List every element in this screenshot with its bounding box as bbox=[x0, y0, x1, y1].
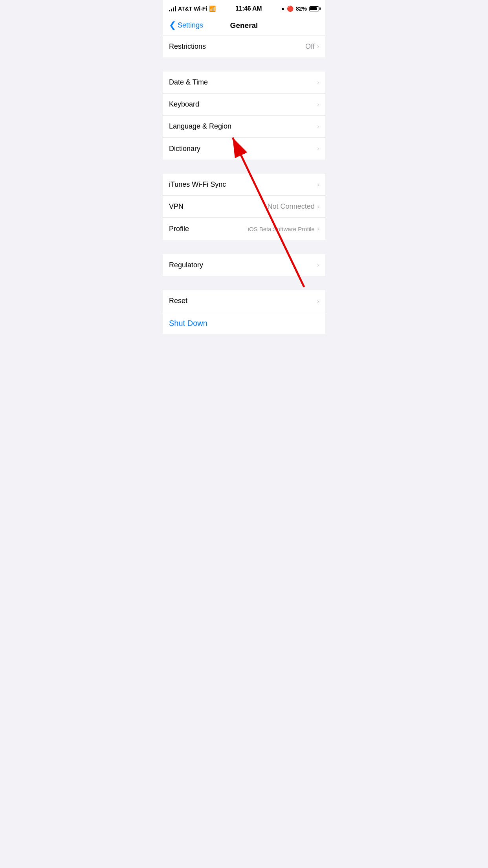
row-restrictions[interactable]: Restrictions Off › bbox=[163, 35, 325, 57]
section-gap-2 bbox=[163, 160, 325, 174]
bluetooth-icon: 🔴 bbox=[287, 6, 294, 12]
chevron-datetime: › bbox=[317, 79, 319, 86]
row-label-reset: Reset bbox=[169, 297, 187, 305]
section-top: Restrictions Off › bbox=[163, 35, 325, 57]
row-right-profile: iOS Beta Software Profile › bbox=[248, 225, 319, 232]
row-right-dictionary: › bbox=[317, 145, 319, 152]
chevron-dictionary: › bbox=[317, 145, 319, 152]
row-value-restrictions: Off bbox=[305, 42, 315, 51]
section-gap-3 bbox=[163, 240, 325, 254]
section-gap-4 bbox=[163, 276, 325, 290]
status-time: 11:46 AM bbox=[235, 5, 262, 12]
row-reset[interactable]: Reset › bbox=[163, 290, 325, 312]
row-right-itunes-wifi-sync: › bbox=[317, 181, 319, 188]
row-keyboard[interactable]: Keyboard › bbox=[163, 94, 325, 116]
chevron-restrictions: › bbox=[317, 43, 319, 50]
bottom-gap bbox=[163, 334, 325, 350]
wifi-icon: 📶 bbox=[209, 6, 216, 12]
row-right-language: › bbox=[317, 123, 319, 130]
back-button[interactable]: ❮ Settings bbox=[169, 20, 203, 30]
battery-percent: 82% bbox=[296, 6, 307, 12]
row-value-vpn: Not Connected bbox=[268, 202, 315, 211]
page-wrapper: AT&T Wi-Fi 📶 11:46 AM ● 🔴 82% ❮ Settings… bbox=[163, 0, 325, 350]
battery-fill bbox=[310, 7, 316, 10]
carrier-label: AT&T Wi-Fi bbox=[178, 6, 207, 12]
signal-bar-4 bbox=[175, 6, 176, 11]
row-right-datetime: › bbox=[317, 79, 319, 86]
chevron-vpn: › bbox=[317, 203, 319, 210]
row-label-vpn: VPN bbox=[169, 202, 183, 211]
location-icon: ● bbox=[281, 6, 284, 12]
row-label-language: Language & Region bbox=[169, 122, 231, 131]
section-datetime: Date & Time › Keyboard › Language & Regi… bbox=[163, 72, 325, 160]
signal-bar-3 bbox=[173, 7, 174, 11]
row-right-reset: › bbox=[317, 298, 319, 305]
row-right-regulatory: › bbox=[317, 261, 319, 268]
row-itunes-wifi-sync[interactable]: iTunes Wi-Fi Sync › bbox=[163, 174, 325, 196]
row-right-keyboard: › bbox=[317, 101, 319, 108]
row-label-itunes-wifi-sync: iTunes Wi-Fi Sync bbox=[169, 180, 226, 189]
row-language[interactable]: Language & Region › bbox=[163, 116, 325, 138]
section-connectivity: iTunes Wi-Fi Sync › VPN Not Connected › … bbox=[163, 174, 325, 240]
status-bar: AT&T Wi-Fi 📶 11:46 AM ● 🔴 82% bbox=[163, 0, 325, 17]
status-left: AT&T Wi-Fi 📶 bbox=[169, 6, 216, 12]
row-value-profile: iOS Beta Software Profile bbox=[248, 226, 315, 232]
row-label-datetime: Date & Time bbox=[169, 78, 208, 86]
row-label-keyboard: Keyboard bbox=[169, 100, 199, 108]
row-right-restrictions: Off › bbox=[305, 42, 319, 51]
chevron-language: › bbox=[317, 123, 319, 130]
signal-bars bbox=[169, 6, 176, 11]
row-label-regulatory: Regulatory bbox=[169, 261, 203, 269]
row-vpn[interactable]: VPN Not Connected › bbox=[163, 196, 325, 218]
battery-icon bbox=[309, 6, 319, 11]
back-label: Settings bbox=[178, 21, 203, 29]
row-right-vpn: Not Connected › bbox=[268, 202, 319, 211]
section-gap-1 bbox=[163, 57, 325, 72]
page-title: General bbox=[230, 21, 258, 30]
chevron-regulatory: › bbox=[317, 261, 319, 268]
row-dictionary[interactable]: Dictionary › bbox=[163, 138, 325, 160]
section-reset: Reset › Shut Down bbox=[163, 290, 325, 334]
chevron-profile: › bbox=[317, 225, 319, 232]
row-label-shutdown: Shut Down bbox=[169, 319, 207, 328]
row-label-dictionary: Dictionary bbox=[169, 145, 200, 153]
back-chevron-icon: ❮ bbox=[169, 20, 176, 30]
chevron-keyboard: › bbox=[317, 101, 319, 108]
row-label-profile: Profile bbox=[169, 225, 189, 233]
row-profile[interactable]: Profile iOS Beta Software Profile › bbox=[163, 218, 325, 240]
row-datetime[interactable]: Date & Time › bbox=[163, 72, 325, 94]
chevron-reset: › bbox=[317, 298, 319, 305]
battery-indicator bbox=[309, 6, 319, 11]
nav-bar: ❮ Settings General bbox=[163, 17, 325, 35]
chevron-itunes-wifi-sync: › bbox=[317, 181, 319, 188]
section-regulatory: Regulatory › bbox=[163, 254, 325, 276]
status-right: ● 🔴 82% bbox=[281, 6, 319, 12]
row-shutdown[interactable]: Shut Down bbox=[163, 312, 325, 334]
row-regulatory[interactable]: Regulatory › bbox=[163, 254, 325, 276]
signal-bar-2 bbox=[171, 9, 172, 11]
row-label-restrictions: Restrictions bbox=[169, 42, 206, 51]
signal-bar-1 bbox=[169, 10, 170, 11]
